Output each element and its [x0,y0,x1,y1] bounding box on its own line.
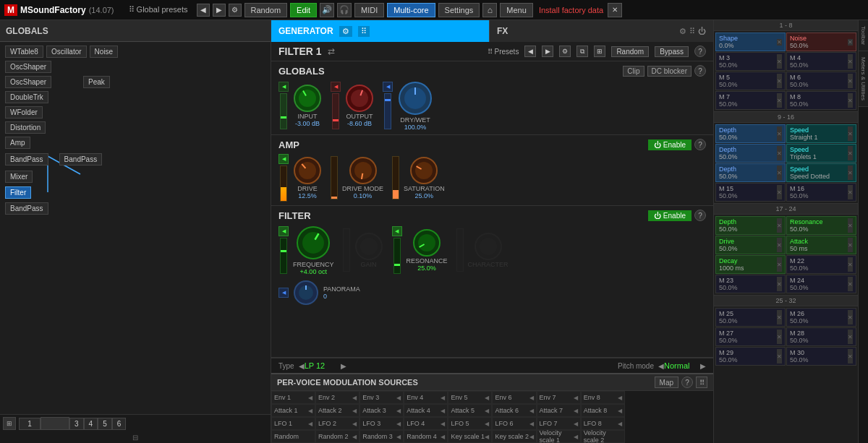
m8-del-btn[interactable]: ✕ [848,93,853,108]
preset-menu-btn[interactable]: ⚙ [229,4,242,17]
drywet-small-btn[interactable]: ◀ [383,82,393,92]
tab-5[interactable]: 5 [98,418,112,430]
amp-help-btn[interactable]: ? [694,139,706,150]
expand-icon[interactable]: ⊞ [3,417,16,430]
m16-del-btn[interactable]: ✕ [848,185,853,199]
attack1-cell[interactable]: Attack 1◀ [271,404,315,417]
pitch-prev-btn[interactable]: ◀ [658,362,664,370]
fx-gear-btn[interactable]: ⚙ [679,27,686,36]
depth3-del-btn[interactable]: ✕ [777,165,782,180]
mod-help-btn[interactable]: ? [681,377,693,388]
filter1-next-btn[interactable]: ▶ [542,46,553,57]
map-btn[interactable]: Map [655,377,678,388]
env7-cell[interactable]: Env 7◀ [537,391,581,404]
m25-del-btn[interactable]: ✕ [777,310,782,324]
filter1-copy-btn[interactable]: ⧉ [576,46,588,57]
filter-help-btn[interactable]: ? [694,210,706,221]
menu-btn[interactable]: Menu [500,3,533,17]
tab-4[interactable]: 4 [84,418,98,430]
m6-del-btn[interactable]: ✕ [848,74,853,88]
filter-item-globals[interactable]: Filter [5,186,31,199]
depth2-del-btn[interactable]: ✕ [777,146,782,160]
bandpass2-item[interactable]: BandPass [59,153,103,165]
lfo1-cell[interactable]: LFO 1◀ [271,417,315,430]
lfo2-cell[interactable]: LFO 2◀ [315,417,359,430]
m28-del-btn[interactable]: ✕ [848,330,853,344]
attack5-cell[interactable]: Attack 5◀ [448,404,492,417]
wtable8-item[interactable]: WTable8 [5,46,43,58]
oscshaper1-item[interactable]: OscShaper [5,61,51,73]
tab-name-input[interactable] [41,417,69,430]
peak-item[interactable]: Peak [83,76,110,88]
shape-del-btn[interactable]: ✕ [777,39,782,46]
random1-cell[interactable]: Random [271,430,315,443]
type-next-btn[interactable]: ▶ [341,362,346,370]
amp-item[interactable]: Amp [5,137,30,149]
random-btn[interactable]: Random [244,3,288,17]
edit-btn[interactable]: Edit [290,3,317,17]
env8-cell[interactable]: Env 8◀ [581,391,625,404]
m27-del-btn[interactable]: ✕ [777,330,782,344]
drive-green-del-btn[interactable]: ✕ [777,238,782,252]
env5-cell[interactable]: Env 5◀ [448,391,492,404]
keyscale1-cell[interactable]: Key scale 1◀ [448,430,492,443]
lfo7-cell[interactable]: LFO 7◀ [537,417,581,430]
speaker-btn[interactable]: 🔊 [320,3,334,17]
output-knob[interactable] [345,84,374,113]
clip-btn[interactable]: Clip [623,66,644,77]
wfolder-item[interactable]: WFolder [5,106,43,119]
m7-del-btn[interactable]: ✕ [777,93,782,108]
decay-del-btn[interactable]: ✕ [777,257,782,272]
env3-cell[interactable]: Env 3◀ [359,391,404,404]
filter1-menu-btn[interactable]: ⚙ [559,46,571,57]
m29-del-btn[interactable]: ✕ [777,349,782,364]
m3-del-btn[interactable]: ✕ [777,54,782,69]
bandpass3-item[interactable]: BandPass [5,202,48,215]
res-small-btn[interactable]: ◀ [392,226,402,236]
attack8-cell[interactable]: Attack 8◀ [581,404,625,417]
attack7-cell[interactable]: Attack 7◀ [537,404,581,417]
type-prev-btn[interactable]: ◀ [299,362,305,370]
attack-green-del-btn[interactable]: ✕ [848,238,853,252]
velscale1-cell[interactable]: Velocity scale 1◀ [537,430,581,443]
speed-triplets-del-btn[interactable]: ✕ [848,146,853,160]
tab-6[interactable]: 6 [112,418,127,430]
home-btn[interactable]: ⌂ [482,3,497,17]
filter1-help-btn[interactable]: ? [694,46,706,57]
noise-item[interactable]: Noise [90,46,119,58]
filter1-paste-btn[interactable]: ⊞ [594,46,605,57]
attack2-cell[interactable]: Attack 2◀ [315,404,359,417]
lfo5-cell[interactable]: LFO 5◀ [448,417,492,430]
drywet-slider[interactable] [384,93,391,129]
env6-cell[interactable]: Env 6◀ [492,391,536,404]
velscale2-cell[interactable]: Velocity scale 2 [581,430,625,443]
m30-del-btn[interactable]: ✕ [848,349,853,364]
fx-power-btn[interactable]: ⏻ [698,27,706,35]
attack3-cell[interactable]: Attack 3◀ [359,404,404,417]
tab-3[interactable]: 3 [69,418,84,430]
m15-del-btn[interactable]: ✕ [777,185,782,199]
drive-enable-btn[interactable]: ◀ [278,154,289,164]
gen-gear-btn[interactable]: ⚙ [339,26,352,37]
gen-grid-btn[interactable]: ⠿ [358,26,370,37]
m23-del-btn[interactable]: ✕ [777,277,782,291]
resonance-green-del-btn[interactable]: ✕ [848,218,853,233]
lfo6-cell[interactable]: LFO 6◀ [492,417,536,430]
env2-cell[interactable]: Env 2◀ [315,391,359,404]
pan-small-btn[interactable]: ◀ [278,288,289,298]
m26-del-btn[interactable]: ✕ [848,310,853,324]
toolbar-tab[interactable]: Toolbar [859,20,868,51]
tab-1[interactable]: 1 [19,418,41,430]
drywet-knob[interactable] [397,80,433,116]
mod-options-btn[interactable]: ⠿ [696,377,707,388]
saturation-knob[interactable] [409,156,438,185]
mixer-item[interactable]: Mixer [5,171,33,183]
depth-green-del-btn[interactable]: ✕ [777,218,782,233]
random2-cell[interactable]: Random 2◀ [315,430,359,443]
speed-dotted-del-btn[interactable]: ✕ [848,165,853,180]
noise-del-btn[interactable]: ✕ [848,39,853,46]
frequency-knob[interactable] [295,225,331,261]
resonance-knob[interactable] [412,228,441,257]
next-preset-btn[interactable]: ▶ [213,4,226,17]
env1-cell[interactable]: Env 1◀ [271,391,315,404]
